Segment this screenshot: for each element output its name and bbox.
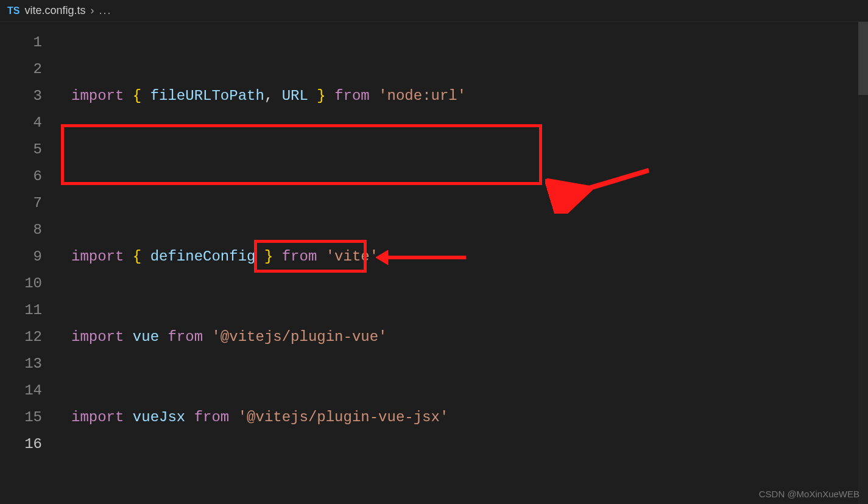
scrollbar-thumb[interactable] bbox=[858, 22, 868, 95]
line-number: 7 bbox=[0, 190, 58, 217]
code-editor[interactable]: 1 2 3 4 5 6 7 8 9 10 11 12 13 14 15 16 i… bbox=[0, 22, 868, 504]
line-number: 9 bbox=[0, 243, 58, 270]
line-number: 8 bbox=[0, 217, 58, 243]
line-number: 1 bbox=[0, 29, 58, 56]
code-line[interactable]: import { defineConfig } from 'vite' bbox=[58, 243, 868, 270]
code-area[interactable]: import { fileURLToPath, URL } from 'node… bbox=[58, 22, 868, 504]
breadcrumb[interactable]: TS vite.config.ts › ... bbox=[0, 0, 868, 22]
line-number: 12 bbox=[0, 324, 58, 351]
line-number: 14 bbox=[0, 377, 58, 404]
line-number: 6 bbox=[0, 163, 58, 190]
line-number: 16 bbox=[0, 431, 58, 458]
line-number: 11 bbox=[0, 297, 58, 324]
svg-marker-2 bbox=[552, 188, 565, 203]
line-number: 13 bbox=[0, 351, 58, 377]
line-number: 5 bbox=[0, 136, 58, 163]
code-line[interactable] bbox=[58, 163, 868, 190]
breadcrumb-symbol[interactable]: ... bbox=[99, 4, 112, 17]
scrollbar-track[interactable] bbox=[858, 22, 868, 504]
code-line[interactable]: import vueJsx from '@vitejs/plugin-vue-j… bbox=[58, 404, 868, 431]
line-gutter: 1 2 3 4 5 6 7 8 9 10 11 12 13 14 15 16 bbox=[0, 22, 58, 504]
breadcrumb-file[interactable]: vite.config.ts bbox=[24, 4, 85, 17]
code-line[interactable] bbox=[58, 485, 868, 504]
line-number: 2 bbox=[0, 56, 58, 83]
chevron-right-icon: › bbox=[91, 4, 94, 17]
line-number: 3 bbox=[0, 83, 58, 110]
watermark: CSDN @MoXinXueWEB bbox=[759, 489, 859, 499]
line-number: 4 bbox=[0, 110, 58, 136]
code-line[interactable]: import vue from '@vitejs/plugin-vue' bbox=[58, 324, 868, 351]
line-number: 15 bbox=[0, 404, 58, 431]
line-number: 10 bbox=[0, 270, 58, 297]
typescript-icon: TS bbox=[7, 5, 19, 16]
code-line[interactable]: import { fileURLToPath, URL } from 'node… bbox=[58, 83, 868, 110]
